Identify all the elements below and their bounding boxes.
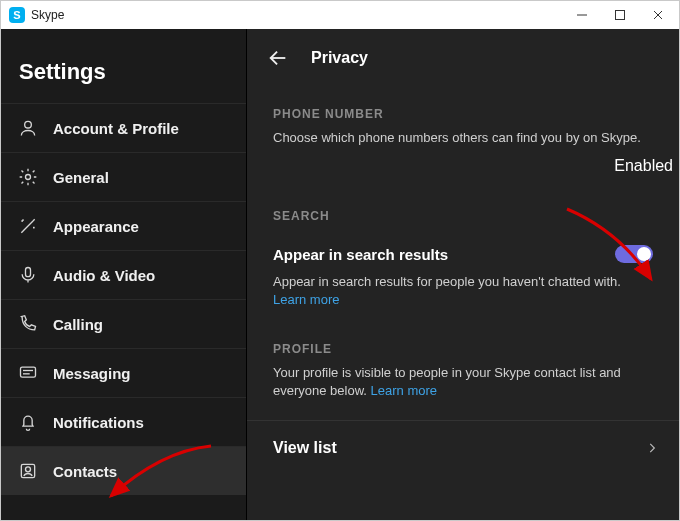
svg-rect-6 [26, 268, 31, 277]
sidebar-item-label: Contacts [53, 463, 117, 480]
search-learn-more-link[interactable]: Learn more [273, 292, 339, 307]
sidebar-item-label: Calling [53, 316, 103, 333]
contacts-icon [17, 460, 39, 482]
maximize-button[interactable] [601, 1, 639, 29]
message-icon [17, 362, 39, 384]
view-list-row[interactable]: View list [247, 420, 679, 475]
svg-rect-7 [21, 367, 36, 377]
chevron-right-icon [645, 441, 659, 455]
toggle-knob [637, 247, 651, 261]
phone-number-label: PHONE NUMBER [273, 107, 653, 121]
phone-number-description: Choose which phone numbers others can fi… [273, 129, 653, 147]
appear-in-search-title: Appear in search results [273, 246, 448, 263]
bell-icon [17, 411, 39, 433]
microphone-icon [17, 264, 39, 286]
sidebar-item-general[interactable]: General [1, 152, 246, 201]
profile-learn-more-link[interactable]: Learn more [371, 383, 437, 398]
svg-point-4 [25, 121, 32, 128]
sidebar-item-label: Notifications [53, 414, 144, 431]
sidebar-item-label: General [53, 169, 109, 186]
page-title: Privacy [311, 49, 368, 67]
search-label: SEARCH [273, 209, 653, 223]
window-controls [563, 1, 677, 29]
skype-logo-icon: S [9, 7, 25, 23]
sidebar-item-audio-video[interactable]: Audio & Video [1, 250, 246, 299]
svg-point-5 [26, 175, 31, 180]
sidebar-item-calling[interactable]: Calling [1, 299, 246, 348]
phone-number-status[interactable]: Enabled [247, 153, 679, 189]
svg-point-11 [26, 467, 31, 472]
minimize-button[interactable] [563, 1, 601, 29]
close-button[interactable] [639, 1, 677, 29]
sidebar-item-messaging[interactable]: Messaging [1, 348, 246, 397]
profile-section: PROFILE Your profile is visible to peopl… [247, 316, 679, 406]
settings-sidebar: Settings Account & Profile General Appea… [1, 29, 247, 520]
sidebar-item-notifications[interactable]: Notifications [1, 397, 246, 446]
sidebar-item-account-profile[interactable]: Account & Profile [1, 103, 246, 152]
titlebar-left: S Skype [9, 7, 64, 23]
view-list-label: View list [273, 439, 337, 457]
sidebar-item-label: Account & Profile [53, 120, 179, 137]
profile-description: Your profile is visible to people in you… [273, 364, 653, 400]
profile-label: PROFILE [273, 342, 653, 356]
sidebar-item-label: Audio & Video [53, 267, 155, 284]
search-section: SEARCH Appear in search results Appear i… [247, 189, 679, 315]
profile-description-text: Your profile is visible to people in you… [273, 365, 621, 398]
main-panel: Privacy PHONE NUMBER Choose which phone … [247, 29, 679, 520]
wand-icon [17, 215, 39, 237]
window-titlebar: S Skype [1, 1, 679, 29]
window-title: Skype [31, 8, 64, 22]
phone-icon [17, 313, 39, 335]
gear-icon [17, 166, 39, 188]
sidebar-item-label: Messaging [53, 365, 131, 382]
sidebar-item-label: Appearance [53, 218, 139, 235]
sidebar-item-contacts[interactable]: Contacts [1, 446, 246, 495]
sidebar-item-appearance[interactable]: Appearance [1, 201, 246, 250]
svg-rect-1 [616, 11, 625, 20]
account-icon [17, 117, 39, 139]
back-button[interactable] [265, 45, 291, 71]
appear-in-search-toggle[interactable] [615, 245, 653, 263]
phone-number-section: PHONE NUMBER Choose which phone numbers … [247, 81, 679, 153]
search-description: Appear in search results for people you … [273, 273, 653, 309]
settings-header: Settings [19, 59, 246, 85]
search-description-text: Appear in search results for people you … [273, 274, 621, 289]
main-header: Privacy [247, 29, 679, 81]
